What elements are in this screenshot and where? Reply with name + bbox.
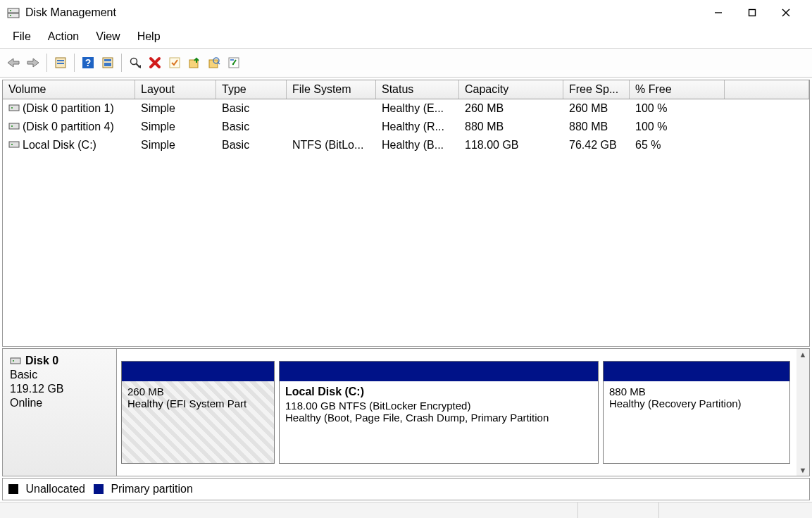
volume-list-header: Volume Layout Type File System Status Ca… [3, 80, 809, 99]
volume-layout: Simple [135, 139, 216, 152]
volume-type: Basic [216, 102, 287, 115]
list-icon[interactable] [99, 54, 117, 72]
volume-free: 76.42 GB [563, 139, 630, 152]
volume-list-pane: Volume Layout Type File System Status Ca… [2, 80, 810, 347]
svg-rect-0 [8, 8, 19, 13]
col-type[interactable]: Type [216, 80, 287, 99]
menu-help[interactable]: Help [129, 27, 169, 46]
partition-block[interactable]: 880 MBHealthy (Recovery Partition) [603, 361, 790, 464]
svg-rect-1 [8, 13, 19, 18]
volume-name: Local Disk (C:) [3, 139, 135, 152]
volume-cap: 118.00 GB [459, 139, 563, 152]
disk-capacity: 119.12 GB [10, 383, 109, 395]
col-status[interactable]: Status [376, 80, 459, 99]
volume-layout: Simple [135, 102, 216, 115]
scroll-down-icon[interactable]: ▼ [799, 464, 807, 476]
menu-view[interactable]: View [87, 27, 128, 46]
volume-fs: NTFS (BitLo... [287, 139, 376, 152]
disk-info-panel[interactable]: Disk 0 Basic 119.12 GB Online [3, 349, 117, 476]
volume-cap: 880 MB [459, 121, 563, 133]
volume-row[interactable]: Local Disk (C:)SimpleBasicNTFS (BitLo...… [3, 136, 809, 154]
col-remainder [725, 80, 809, 99]
svg-rect-30 [9, 142, 19, 147]
volume-pct: 100 % [630, 121, 725, 133]
partition-desc: Healthy (EFI System Part [127, 397, 268, 409]
svg-rect-10 [57, 63, 64, 64]
volume-status: Healthy (E... [376, 102, 459, 115]
close-button[interactable] [770, 2, 802, 23]
maximize-button[interactable] [736, 2, 768, 23]
volume-free: 880 MB [563, 121, 630, 133]
partition-block[interactable]: 260 MBHealthy (EFI System Part [121, 361, 275, 464]
svg-point-33 [13, 360, 14, 362]
svg-rect-32 [11, 358, 20, 364]
legend-unallocated-label: Unallocated [25, 483, 85, 495]
volume-cap: 260 MB [459, 102, 563, 115]
toolbar: ? [0, 49, 812, 78]
partition-size: 118.00 GB NTFS (BitLocker Encrypted) [285, 400, 592, 412]
svg-rect-15 [104, 63, 111, 66]
col-pctfree[interactable]: % Free [630, 80, 725, 99]
disk-type: Basic [10, 369, 109, 381]
partition-header-bar [122, 362, 274, 381]
legend-unallocated: Unallocated [8, 483, 85, 495]
properties-icon[interactable] [225, 54, 243, 72]
svg-point-27 [11, 107, 13, 109]
drive-icon [8, 121, 23, 133]
volume-list-body: (Disk 0 partition 1)SimpleBasicHealthy (… [3, 99, 809, 346]
partition-title: Local Disk (C:) [285, 386, 592, 398]
col-filesystem[interactable]: File System [287, 80, 376, 99]
legend-primary-label: Primary partition [111, 483, 192, 495]
disk-icon: Disk 0 [10, 354, 109, 367]
menu-action[interactable]: Action [39, 27, 87, 46]
svg-point-31 [11, 144, 13, 145]
new-mirror-icon[interactable] [205, 54, 223, 72]
partition-header-bar [280, 362, 598, 381]
swatch-primary-icon [94, 484, 104, 494]
volume-name: (Disk 0 partition 4) [3, 121, 135, 133]
app-icon [7, 6, 20, 19]
toolbar-separator [46, 54, 47, 72]
connect-icon[interactable] [126, 54, 144, 72]
col-free[interactable]: Free Sp... [563, 80, 630, 99]
swatch-unallocated-icon [8, 484, 18, 494]
disk-map-pane: Disk 0 Basic 119.12 GB Online 260 MBHeal… [2, 348, 810, 476]
partition-block[interactable]: Local Disk (C:)118.00 GB NTFS (BitLocker… [279, 361, 599, 464]
delete-icon[interactable] [146, 54, 164, 72]
back-arrow-icon[interactable] [4, 54, 23, 72]
volume-name: (Disk 0 partition 1) [3, 102, 135, 115]
partition-desc: Healthy (Recovery Partition) [609, 397, 784, 409]
new-spanned-icon[interactable] [185, 54, 204, 72]
legend-bar: Unallocated Primary partition [2, 478, 810, 500]
check-icon[interactable] [165, 54, 184, 72]
partition-desc: Healthy (Boot, Page File, Crash Dump, Pr… [285, 412, 592, 424]
minimize-button[interactable] [702, 2, 735, 23]
volume-status: Healthy (B... [376, 139, 459, 152]
col-volume[interactable]: Volume [3, 80, 135, 99]
volume-pct: 65 % [630, 139, 725, 152]
drive-icon [8, 139, 23, 152]
disk-state: Online [10, 397, 109, 409]
svg-rect-14 [104, 59, 111, 61]
volume-type: Basic [216, 121, 287, 133]
help-icon[interactable]: ? [79, 54, 97, 72]
partition-size: 880 MB [609, 386, 784, 397]
volume-row[interactable]: (Disk 0 partition 4)SimpleBasicHealthy (… [3, 118, 809, 136]
svg-point-2 [10, 10, 11, 11]
svg-point-3 [10, 15, 11, 16]
menu-file[interactable]: File [4, 27, 39, 46]
svg-text:?: ? [85, 57, 92, 68]
toolbar-separator [121, 54, 122, 72]
volume-row[interactable]: (Disk 0 partition 1)SimpleBasicHealthy (… [3, 99, 809, 118]
col-capacity[interactable]: Capacity [459, 80, 563, 99]
scroll-up-icon[interactable]: ▲ [799, 349, 807, 360]
disk-map-scrollbar[interactable]: ▲ ▼ [797, 349, 809, 476]
volume-free: 260 MB [563, 102, 630, 115]
svg-point-29 [11, 125, 13, 127]
volume-status: Healthy (R... [376, 121, 459, 133]
refresh-icon[interactable] [51, 54, 70, 72]
col-layout[interactable]: Layout [135, 80, 216, 99]
disk-partition-map: 260 MBHealthy (EFI System PartLocal Disk… [117, 349, 797, 476]
toolbar-separator [74, 54, 75, 72]
forward-arrow-icon[interactable] [24, 54, 42, 72]
